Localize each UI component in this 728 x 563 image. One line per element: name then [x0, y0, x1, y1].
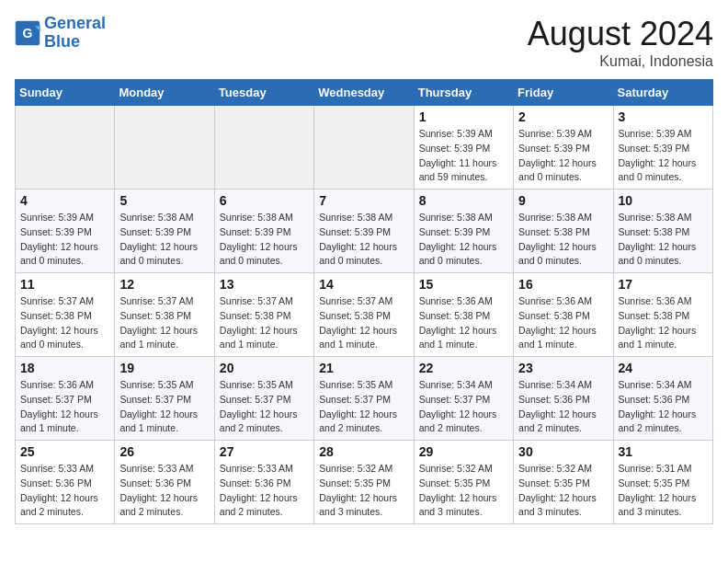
day-number: 18 [20, 361, 109, 375]
day-number: 3 [619, 109, 708, 124]
day-info: Sunrise: 5:32 AM Sunset: 5:35 PM Dayligh… [518, 462, 608, 520]
day-number: 19 [119, 361, 209, 375]
day-info: Sunrise: 5:35 AM Sunset: 5:37 PM Dayligh… [220, 378, 309, 436]
day-info: Sunrise: 5:36 AM Sunset: 5:38 PM Dayligh… [619, 294, 708, 352]
day-info: Sunrise: 5:37 AM Sunset: 5:38 PM Dayligh… [220, 294, 309, 352]
weekday-header: Thursday [414, 80, 513, 106]
day-info: Sunrise: 5:38 AM Sunset: 5:39 PM Dayligh… [119, 211, 209, 269]
calendar-cell [115, 106, 214, 190]
day-number: 16 [518, 277, 608, 292]
day-info: Sunrise: 5:36 AM Sunset: 5:38 PM Dayligh… [518, 294, 608, 352]
calendar-week-row: 4Sunrise: 5:39 AM Sunset: 5:39 PM Daylig… [16, 190, 713, 273]
logo: G General Blue [15, 15, 106, 52]
calendar-cell: 21Sunrise: 5:35 AM Sunset: 5:37 PM Dayli… [314, 357, 414, 441]
day-number: 8 [419, 193, 508, 208]
day-info: Sunrise: 5:38 AM Sunset: 5:39 PM Dayligh… [220, 211, 309, 269]
calendar-cell: 2Sunrise: 5:39 AM Sunset: 5:39 PM Daylig… [514, 106, 613, 190]
day-number: 25 [20, 444, 109, 459]
day-info: Sunrise: 5:39 AM Sunset: 5:39 PM Dayligh… [20, 211, 109, 269]
day-number: 23 [518, 361, 608, 375]
day-number: 28 [319, 444, 408, 459]
weekday-header: Sunday [16, 80, 115, 106]
calendar-cell: 16Sunrise: 5:36 AM Sunset: 5:38 PM Dayli… [514, 273, 613, 357]
calendar-cell: 1Sunrise: 5:39 AM Sunset: 5:39 PM Daylig… [414, 106, 513, 190]
day-number: 9 [518, 193, 608, 208]
calendar-cell: 7Sunrise: 5:38 AM Sunset: 5:39 PM Daylig… [314, 190, 414, 273]
calendar-cell: 25Sunrise: 5:33 AM Sunset: 5:36 PM Dayli… [16, 441, 115, 524]
weekday-header: Wednesday [314, 80, 414, 106]
day-number: 26 [119, 444, 209, 459]
calendar-cell: 5Sunrise: 5:38 AM Sunset: 5:39 PM Daylig… [115, 190, 214, 273]
calendar-cell [16, 106, 115, 190]
day-info: Sunrise: 5:38 AM Sunset: 5:39 PM Dayligh… [319, 211, 408, 269]
weekday-header: Saturday [613, 80, 712, 106]
day-info: Sunrise: 5:31 AM Sunset: 5:35 PM Dayligh… [619, 462, 708, 520]
day-number: 2 [518, 109, 608, 124]
day-info: Sunrise: 5:38 AM Sunset: 5:38 PM Dayligh… [518, 211, 608, 269]
calendar-cell: 14Sunrise: 5:37 AM Sunset: 5:38 PM Dayli… [314, 273, 414, 357]
calendar-week-row: 1Sunrise: 5:39 AM Sunset: 5:39 PM Daylig… [16, 106, 713, 190]
calendar-cell: 30Sunrise: 5:32 AM Sunset: 5:35 PM Dayli… [514, 441, 613, 524]
calendar-cell: 11Sunrise: 5:37 AM Sunset: 5:38 PM Dayli… [16, 273, 115, 357]
day-info: Sunrise: 5:32 AM Sunset: 5:35 PM Dayligh… [419, 462, 508, 520]
calendar-cell: 23Sunrise: 5:34 AM Sunset: 5:36 PM Dayli… [514, 357, 613, 441]
day-info: Sunrise: 5:37 AM Sunset: 5:38 PM Dayligh… [20, 294, 109, 352]
svg-text:G: G [23, 25, 33, 40]
day-info: Sunrise: 5:36 AM Sunset: 5:38 PM Dayligh… [419, 294, 508, 352]
day-info: Sunrise: 5:39 AM Sunset: 5:39 PM Dayligh… [419, 127, 508, 185]
day-info: Sunrise: 5:37 AM Sunset: 5:38 PM Dayligh… [319, 294, 408, 352]
day-info: Sunrise: 5:36 AM Sunset: 5:37 PM Dayligh… [20, 378, 109, 436]
calendar-cell: 12Sunrise: 5:37 AM Sunset: 5:38 PM Dayli… [115, 273, 214, 357]
calendar-cell: 28Sunrise: 5:32 AM Sunset: 5:35 PM Dayli… [314, 441, 414, 524]
calendar-cell: 15Sunrise: 5:36 AM Sunset: 5:38 PM Dayli… [414, 273, 513, 357]
calendar-cell: 18Sunrise: 5:36 AM Sunset: 5:37 PM Dayli… [16, 357, 115, 441]
day-info: Sunrise: 5:37 AM Sunset: 5:38 PM Dayligh… [119, 294, 209, 352]
day-info: Sunrise: 5:39 AM Sunset: 5:39 PM Dayligh… [518, 127, 608, 185]
day-number: 6 [220, 193, 309, 208]
weekday-header: Friday [514, 80, 613, 106]
calendar-cell: 3Sunrise: 5:39 AM Sunset: 5:39 PM Daylig… [613, 106, 712, 190]
calendar-cell: 24Sunrise: 5:34 AM Sunset: 5:36 PM Dayli… [613, 357, 712, 441]
calendar-cell: 31Sunrise: 5:31 AM Sunset: 5:35 PM Dayli… [613, 441, 712, 524]
day-number: 30 [518, 444, 608, 459]
day-info: Sunrise: 5:33 AM Sunset: 5:36 PM Dayligh… [20, 462, 109, 520]
day-info: Sunrise: 5:38 AM Sunset: 5:39 PM Dayligh… [419, 211, 508, 269]
day-info: Sunrise: 5:34 AM Sunset: 5:36 PM Dayligh… [619, 378, 708, 436]
calendar-cell: 4Sunrise: 5:39 AM Sunset: 5:39 PM Daylig… [16, 190, 115, 273]
day-number: 24 [619, 361, 708, 375]
day-info: Sunrise: 5:38 AM Sunset: 5:38 PM Dayligh… [619, 211, 708, 269]
calendar-cell [214, 106, 313, 190]
day-number: 11 [20, 277, 109, 292]
day-number: 10 [619, 193, 708, 208]
calendar-cell [314, 106, 414, 190]
calendar-cell: 27Sunrise: 5:33 AM Sunset: 5:36 PM Dayli… [214, 441, 313, 524]
calendar-cell: 19Sunrise: 5:35 AM Sunset: 5:37 PM Dayli… [115, 357, 214, 441]
day-info: Sunrise: 5:39 AM Sunset: 5:39 PM Dayligh… [619, 127, 708, 185]
day-number: 21 [319, 361, 408, 375]
day-number: 17 [619, 277, 708, 292]
calendar-cell: 22Sunrise: 5:34 AM Sunset: 5:37 PM Dayli… [414, 357, 513, 441]
calendar-cell: 29Sunrise: 5:32 AM Sunset: 5:35 PM Dayli… [414, 441, 513, 524]
calendar-cell: 8Sunrise: 5:38 AM Sunset: 5:39 PM Daylig… [414, 190, 513, 273]
calendar-cell: 17Sunrise: 5:36 AM Sunset: 5:38 PM Dayli… [613, 273, 712, 357]
weekday-header-row: SundayMondayTuesdayWednesdayThursdayFrid… [16, 80, 713, 106]
calendar-cell: 13Sunrise: 5:37 AM Sunset: 5:38 PM Dayli… [214, 273, 313, 357]
logo-line2: Blue [44, 33, 106, 52]
calendar-cell: 20Sunrise: 5:35 AM Sunset: 5:37 PM Dayli… [214, 357, 313, 441]
day-number: 20 [220, 361, 309, 375]
day-info: Sunrise: 5:32 AM Sunset: 5:35 PM Dayligh… [319, 462, 408, 520]
logo-line1: General [44, 15, 106, 33]
page-header: G General Blue August 2024 Kumai, Indone… [15, 15, 713, 70]
day-info: Sunrise: 5:33 AM Sunset: 5:36 PM Dayligh… [119, 462, 209, 520]
day-info: Sunrise: 5:34 AM Sunset: 5:36 PM Dayligh… [518, 378, 608, 436]
day-number: 29 [419, 444, 508, 459]
day-number: 4 [20, 193, 109, 208]
day-info: Sunrise: 5:35 AM Sunset: 5:37 PM Dayligh… [119, 378, 209, 436]
calendar-cell: 26Sunrise: 5:33 AM Sunset: 5:36 PM Dayli… [115, 441, 214, 524]
title-block: August 2024 Kumai, Indonesia [528, 15, 713, 70]
day-number: 14 [319, 277, 408, 292]
day-number: 1 [419, 109, 508, 124]
day-number: 15 [419, 277, 508, 292]
weekday-header: Tuesday [214, 80, 313, 106]
day-info: Sunrise: 5:34 AM Sunset: 5:37 PM Dayligh… [419, 378, 508, 436]
